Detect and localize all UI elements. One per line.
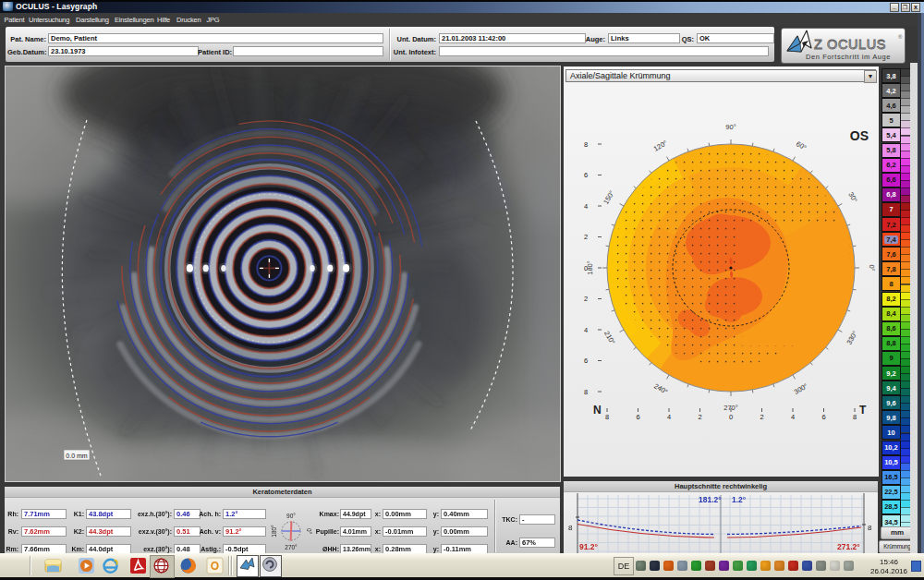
svg-text:180°: 180° [271, 525, 277, 538]
svg-text:0.0 mm: 0.0 mm [66, 453, 88, 459]
svg-text:8: 8 [853, 413, 857, 421]
svg-text:2: 2 [584, 233, 588, 241]
svg-text:8: 8 [584, 388, 588, 396]
svg-text:N: N [593, 404, 602, 417]
svg-text:90°: 90° [725, 123, 736, 131]
svg-text:6: 6 [821, 413, 825, 421]
svg-text:Den Fortschritt im Auge: Den Fortschritt im Auge [806, 53, 891, 61]
svg-text:6: 6 [584, 356, 588, 365]
svg-text:O: O [211, 560, 219, 573]
svg-text:2: 2 [760, 413, 763, 421]
svg-text:6: 6 [636, 413, 639, 421]
svg-text:8: 8 [584, 140, 588, 149]
svg-text:2: 2 [698, 413, 701, 421]
svg-text:2: 2 [584, 295, 588, 303]
svg-text:0: 0 [584, 264, 588, 272]
svg-text:90°: 90° [286, 513, 296, 519]
svg-text:8: 8 [605, 413, 609, 421]
svg-text:6: 6 [584, 171, 588, 179]
svg-text:4: 4 [667, 413, 671, 421]
svg-text:OS: OS [850, 128, 869, 143]
svg-text:4: 4 [584, 326, 588, 334]
svg-text:0°: 0° [868, 264, 876, 271]
svg-text:4: 4 [584, 202, 588, 211]
svg-text:®: ® [898, 34, 903, 40]
svg-text:4: 4 [791, 413, 795, 421]
svg-text:0°: 0° [306, 528, 312, 535]
svg-text:0: 0 [729, 413, 733, 421]
svg-text:Z OCULUS: Z OCULUS [814, 37, 886, 52]
svg-text:T: T [859, 404, 867, 417]
svg-text:270°: 270° [285, 544, 298, 550]
